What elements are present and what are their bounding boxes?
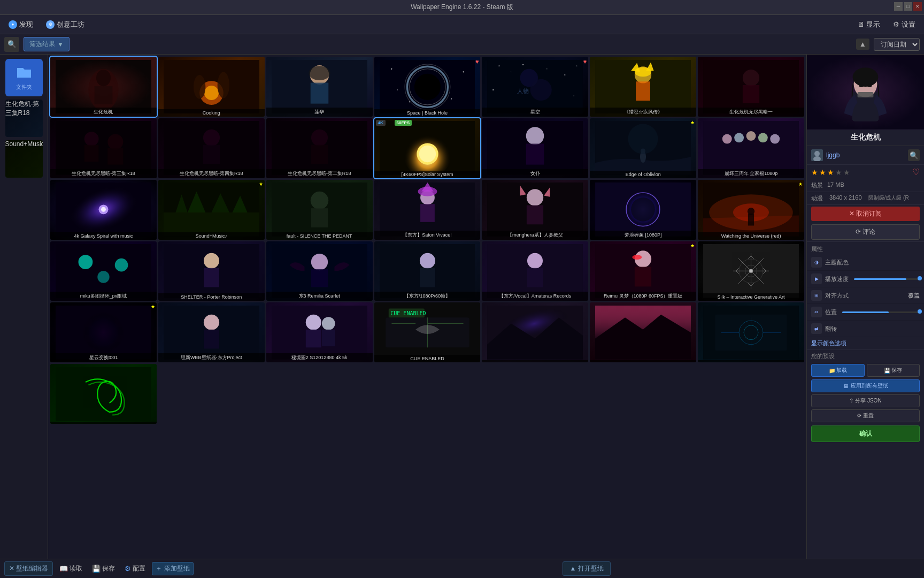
confirm-button[interactable]: 确认 <box>811 425 920 442</box>
maximize-button[interactable]: □ <box>904 2 912 11</box>
grid-item-17[interactable]: fault - SILENCE THE PEDANT <box>266 180 373 240</box>
star-3[interactable]: ★ <box>827 168 834 177</box>
grid-item-19[interactable]: 【menghera系】人参教父 <box>482 180 588 240</box>
nav-settings[interactable]: ⚙ 设置 <box>889 18 920 32</box>
save-preset-button[interactable]: 💾 保存 <box>867 364 920 377</box>
toolbar: 🔍 筛选结果 ▼ ▲ 订阅日期 <box>0 34 924 55</box>
grid-item-20[interactable]: 梦境碎象 [1080P] <box>590 180 696 240</box>
grid-item-25[interactable]: 【东方/1080P/60帧】 <box>374 241 481 301</box>
nav-workshop[interactable]: ⚙ 创意工坊 <box>42 18 89 32</box>
reset-button[interactable]: ⟳ 重置 <box>811 409 920 422</box>
nav-display[interactable]: 🖥 显示 <box>853 18 884 32</box>
wallpaper-editor-label: ✕ 壁纸编辑器 <box>9 564 48 573</box>
close-button[interactable]: ✕ <box>913 2 922 11</box>
grid-item-8[interactable]: 生化危机无尽黑暗-第三集R18 <box>50 118 157 178</box>
grid-item-3[interactable]: 莲华 <box>266 57 373 117</box>
grid-item-27[interactable]: ★ Reimu 灵梦（1080P 60FPS）重置版 <box>590 241 696 301</box>
side-item-2[interactable]: Sound+Music♪ <box>5 140 43 178</box>
side-item-1[interactable]: 生化危机-第三集R18 <box>5 100 43 137</box>
grid-item-24[interactable]: 东3 Remilia Scarlet <box>266 241 373 301</box>
svg-point-63 <box>628 124 658 154</box>
grid-item-7[interactable]: 生化危机无尽黑暗一 <box>698 57 804 117</box>
grid-item-12[interactable]: 女仆 <box>482 118 588 178</box>
svg-rect-59 <box>526 144 544 165</box>
sort-select[interactable]: 订阅日期 <box>874 38 920 51</box>
grid-item-15[interactable]: 4k Galaxy Spiral with music <box>50 180 157 240</box>
display-color-option[interactable]: 显示颜色选项 <box>807 337 924 349</box>
nav-discover[interactable]: ● 发现 <box>4 18 37 32</box>
grid-item-4[interactable]: ♥ Space | Black Hole <box>374 57 481 117</box>
position-slider[interactable] <box>842 311 920 313</box>
save-button[interactable]: 💾 保存 <box>89 562 118 575</box>
svg-point-69 <box>770 134 780 144</box>
grid-item-28[interactable]: Silk – Interactive Generative Art <box>698 241 804 301</box>
grid-item-33[interactable] <box>482 302 588 362</box>
grid-item-13[interactable]: ★ Edge of Oblivion <box>590 118 696 178</box>
grid-item-34[interactable] <box>590 302 696 362</box>
grid-item-2[interactable]: Cooking <box>158 57 265 117</box>
search-button[interactable]: 🔍 <box>4 37 19 52</box>
discover-icon: ● <box>9 20 17 29</box>
apply-all-button[interactable]: 🖥 应用到所有壁纸 <box>811 379 920 392</box>
svg-point-126 <box>204 315 219 330</box>
config-button[interactable]: ⚙ 配置 <box>121 562 149 575</box>
star-2[interactable]: ★ <box>819 168 826 177</box>
grid-item-32[interactable]: CUE ENABLED CUE ENABLED <box>374 302 481 362</box>
svg-rect-42 <box>56 121 151 175</box>
grid-item-23[interactable]: SHELTER - Porter Robinson <box>158 241 265 301</box>
grid-item-6[interactable]: 《猎忍☆疾风传》 <box>590 57 696 117</box>
svg-point-114 <box>633 255 642 260</box>
grid-item-5[interactable]: 人物 ♥ 星空 <box>482 57 588 117</box>
theme-color-row: ◑ 主题配色 <box>807 254 924 271</box>
grid-item-1[interactable]: 生化危机 <box>50 57 157 117</box>
save-icon: 💾 <box>92 565 101 573</box>
add-button[interactable]: ＋ 添加壁纸 <box>152 562 193 575</box>
right-panel: 生化危机 ljggb 🔍 ★ ★ ★ ★ ★ ♡ <box>806 55 924 559</box>
share-json-button[interactable]: ⇧ 分享 JSON <box>811 394 920 407</box>
svg-point-158 <box>859 84 864 87</box>
svg-rect-37 <box>636 81 650 101</box>
star-4[interactable]: ★ <box>835 168 842 177</box>
grid-item-29[interactable]: ★ 星云变换t001 <box>50 302 157 362</box>
workshop-icon: ⚙ <box>46 20 55 29</box>
svg-point-97 <box>115 258 128 272</box>
search-author-button[interactable]: 🔍 <box>908 149 920 161</box>
playback-slider[interactable] <box>854 278 920 280</box>
grid-item-36[interactable] <box>50 364 157 424</box>
grid-item-9[interactable]: 生化危机无尽黑暗-第四集R18 <box>158 118 265 178</box>
minimize-button[interactable]: ─ <box>894 2 903 11</box>
playback-slider-handle[interactable] <box>918 276 922 280</box>
wallpaper-editor-button[interactable]: ✕ 壁纸编辑器 <box>4 561 53 576</box>
grid-item-14[interactable]: 崩坏三周年 全家福1080p <box>698 118 804 178</box>
folder-item[interactable]: 文件夹 <box>5 59 43 96</box>
comment-button[interactable]: ⟳ 评论 <box>811 224 920 240</box>
titlebar-controls[interactable]: ─ □ ✕ <box>892 0 924 13</box>
filter-button[interactable]: 筛选结果 ▼ <box>24 37 70 51</box>
grid-item-31[interactable]: 秘境圆2 S12012880 4k 5k <box>266 302 373 362</box>
svg-point-120 <box>749 269 753 273</box>
position-slider-handle[interactable] <box>918 309 922 314</box>
star-5[interactable]: ★ <box>843 168 850 177</box>
read-button[interactable]: 📖 读取 <box>56 562 86 575</box>
grid-item-26[interactable]: 【东方/Vocal】Amateras Records <box>482 241 588 301</box>
heart-button[interactable]: ♡ <box>912 167 920 177</box>
sort-up-button[interactable]: ▲ <box>856 39 869 50</box>
grid-item-30[interactable]: 思新WEB壁纸器-东方Project <box>158 302 265 362</box>
svg-rect-131 <box>305 330 321 348</box>
unsubscribe-button[interactable]: ✕ 取消订阅 <box>811 207 920 221</box>
star-1[interactable]: ★ <box>811 168 818 177</box>
grid-item-22[interactable]: miku多图循环_pv限域 <box>50 241 157 301</box>
load-preset-button[interactable]: 📁 加载 <box>811 364 865 377</box>
grid-item-18[interactable]: 【东方】Satori Vivace! <box>374 180 481 240</box>
grid-item-11[interactable]: 4K 60FPS [4K60FPS]Solar System <box>374 118 481 178</box>
share-json-label: ⇧ 分享 JSON <box>849 397 881 405</box>
grid-item-21[interactable]: ★ Watching the Universe (red) <box>698 180 804 240</box>
grid-item-10[interactable]: 生化危机无尽黑暗-第二集R18 <box>266 118 373 178</box>
grid-item-16[interactable]: ★ Sound+Music♪ <box>158 180 265 240</box>
svg-rect-45 <box>84 145 99 162</box>
grid-area[interactable]: 生化危机 Cooking <box>48 55 806 559</box>
svg-point-65 <box>722 134 732 144</box>
svg-point-21 <box>451 98 452 99</box>
grid-item-35[interactable] <box>698 302 804 362</box>
open-wallpaper-button[interactable]: ▲ 打开壁纸 <box>563 561 610 576</box>
